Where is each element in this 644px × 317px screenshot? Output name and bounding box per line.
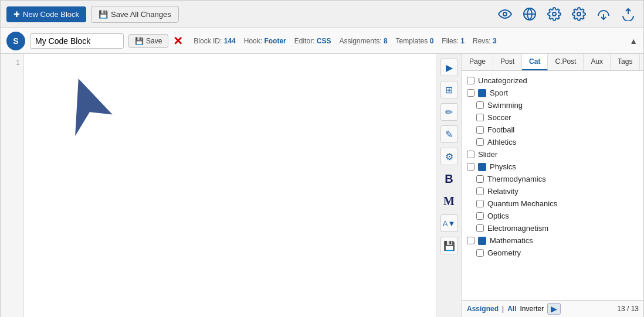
list-item: Electromagnetism	[465, 222, 641, 234]
list-item: Quantum Mechanics	[465, 197, 641, 210]
gear-small-icon[interactable]: ⚙	[440, 148, 458, 165]
monospace-icon[interactable]: M	[440, 192, 458, 210]
cat-label-football: Football	[487, 125, 514, 134]
second-toolbar: S 💾 Save ✕ Block ID: 144 Hook: Footer Ed…	[0, 28, 644, 54]
list-item: Thermodynamics	[465, 173, 641, 185]
tab-cat[interactable]: Cat	[522, 54, 548, 70]
download-icon[interactable]	[594, 5, 613, 23]
cat-checkbox-slider[interactable]	[467, 151, 474, 158]
cat-checkbox-football[interactable]	[476, 126, 484, 134]
cat-label-uncategorized: Uncategorized	[478, 76, 527, 85]
category-count: 13 / 13	[617, 305, 639, 313]
cat-label-athletics: Athletics	[487, 138, 516, 146]
cat-label-relativity: Relativity	[487, 187, 518, 196]
svg-point-0	[503, 12, 507, 16]
tab-post[interactable]: Post	[493, 54, 522, 70]
cat-label-geometry: Geometry	[487, 248, 521, 257]
vertical-sidebar: ▶ ⊞ ✏ ✎ ⚙ B M A▼ 💾	[436, 54, 462, 317]
files-value[interactable]: 1	[460, 37, 465, 45]
new-code-block-button[interactable]: ✚ New Code Block	[6, 6, 86, 22]
floppy-icon: 💾	[135, 37, 144, 45]
block-name-input[interactable]	[30, 33, 124, 49]
cat-checkbox-geometry[interactable]	[476, 249, 484, 257]
editor-value[interactable]: CSS	[317, 37, 331, 45]
save-disk-icon[interactable]: 💾	[440, 237, 458, 254]
cancel-button[interactable]: ✕	[173, 34, 183, 48]
cat-checkbox-soccer[interactable]	[476, 114, 484, 121]
inverter-label: Inverter	[520, 305, 544, 313]
tab-page[interactable]: Page	[462, 54, 493, 70]
list-item: Physics	[465, 161, 641, 173]
assigned-link[interactable]: Assigned	[467, 305, 499, 313]
templates-label: Templates 0	[396, 37, 434, 45]
hook-value[interactable]: Footer	[264, 37, 286, 45]
list-item: Swimming	[465, 99, 641, 111]
cat-label-electromagnetism: Electromagnetism	[487, 224, 548, 233]
cat-checkbox-electromagnetism[interactable]	[476, 224, 484, 232]
list-item: Relativity	[465, 185, 641, 197]
collapse-button[interactable]: ▲	[629, 36, 638, 46]
globe-icon[interactable]	[520, 5, 539, 23]
cat-checkbox-swimming[interactable]	[476, 101, 484, 109]
toolbar-left: ✚ New Code Block 💾 Save All Changes	[6, 6, 179, 23]
logo-icon: S	[6, 32, 25, 50]
templates-value[interactable]: 0	[430, 37, 434, 45]
list-item: Athletics	[465, 136, 641, 148]
revs-label: Revs: 3	[473, 37, 497, 45]
list-item: Mathematics	[465, 234, 641, 247]
save-button[interactable]: 💾 Save	[128, 34, 168, 48]
new-code-block-label: New Code Block	[23, 10, 79, 19]
cat-checkbox-optics[interactable]	[476, 212, 484, 220]
block-id-value[interactable]: 144	[224, 37, 236, 45]
gear2-icon[interactable]	[570, 5, 588, 23]
category-list: Uncategorized Sport Swimming Soccer Foot…	[462, 71, 643, 300]
eye-icon[interactable]	[496, 5, 514, 23]
settings-gear-icon[interactable]	[545, 5, 564, 23]
pencil-icon[interactable]: ✎	[440, 125, 458, 143]
files-label: Files: 1	[442, 37, 465, 45]
tab-aux[interactable]: Aux	[584, 54, 611, 70]
cat-mini-indicator-physics	[478, 163, 486, 171]
bold-icon[interactable]: B	[440, 170, 458, 188]
tab-cpost[interactable]: C.Post	[548, 54, 584, 70]
right-panel: Page Post Cat C.Post Aux Tags Adv Uncate…	[462, 54, 643, 317]
list-item: Slider	[465, 148, 641, 161]
cat-label-optics: Optics	[487, 212, 509, 220]
table-icon[interactable]: ⊞	[440, 81, 458, 98]
cat-checkbox-relativity[interactable]	[476, 188, 484, 195]
hook-label: Hook: Footer	[244, 37, 286, 45]
cat-checkbox-thermodynamics[interactable]	[476, 175, 484, 183]
cat-checkbox-sport[interactable]	[467, 89, 474, 97]
svg-point-3	[577, 12, 581, 16]
edit-icon[interactable]: ✏	[440, 103, 458, 121]
main-area: 1 ▶ ⊞ ✏ ✎ ⚙ B M A▼ 💾 Page Post Cat C.Pos…	[0, 54, 644, 317]
cat-checkbox-quantum[interactable]	[476, 200, 484, 207]
list-item: Football	[465, 124, 641, 136]
cat-checkbox-mathematics[interactable]	[467, 237, 474, 244]
list-item: Optics	[465, 210, 641, 222]
save-all-changes-label: Save All Changes	[111, 10, 171, 19]
cat-checkbox-uncategorized[interactable]	[467, 77, 474, 84]
nav-arrow-button[interactable]: ▶	[547, 303, 561, 315]
save-icon: 💾	[99, 10, 108, 19]
cat-label-physics: Physics	[490, 162, 516, 171]
svg-marker-4	[58, 77, 122, 148]
cat-checkbox-athletics[interactable]	[476, 138, 484, 146]
cat-checkbox-physics[interactable]	[467, 163, 474, 171]
tab-adv[interactable]: Adv	[640, 54, 644, 70]
font-size-icon[interactable]: A▼	[440, 214, 458, 232]
assignments-value[interactable]: 8	[384, 37, 388, 45]
cursor-arrow-decoration	[48, 70, 130, 163]
upload-icon[interactable]	[619, 5, 638, 23]
tab-tags[interactable]: Tags	[611, 54, 640, 70]
panel-footer: Assigned | All Inverter ▶ 13 / 13	[462, 300, 643, 317]
expand-right-icon[interactable]: ▶	[440, 59, 458, 76]
all-link[interactable]: All	[507, 305, 516, 313]
svg-point-2	[553, 12, 556, 16]
revs-value[interactable]: 3	[493, 37, 497, 45]
editor-area[interactable]	[24, 54, 436, 317]
editor-label: Editor: CSS	[294, 37, 331, 45]
save-all-changes-button[interactable]: 💾 Save All Changes	[91, 6, 179, 23]
cat-label-soccer: Soccer	[487, 113, 511, 122]
line-numbers: 1	[1, 54, 24, 317]
